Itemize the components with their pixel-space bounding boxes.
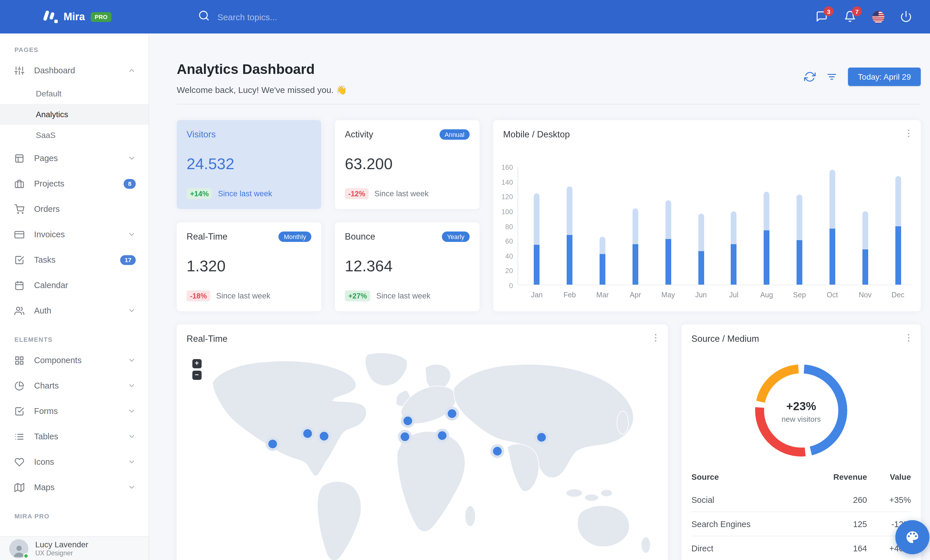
bar-mar bbox=[600, 236, 605, 285]
mira-logo-icon bbox=[43, 9, 59, 24]
brand[interactable]: Mira PRO bbox=[43, 9, 112, 24]
chevron-down-icon bbox=[128, 433, 136, 440]
map-marker[interactable] bbox=[266, 437, 280, 451]
map-zoom-out-button[interactable]: − bbox=[192, 371, 201, 380]
sidebar-item-dashboard[interactable]: Dashboard bbox=[0, 58, 148, 83]
sidebar-item-label: Tasks bbox=[34, 253, 55, 266]
stat-card-realtime: Real-Time Monthly 1.320 -18% Since last … bbox=[177, 222, 321, 311]
sidebar-item-label: Charts bbox=[34, 379, 59, 392]
map-marker[interactable] bbox=[398, 430, 412, 444]
stat-caption: Since last week bbox=[374, 189, 429, 198]
stat-title: Visitors bbox=[186, 129, 216, 140]
card-menu-button[interactable] bbox=[904, 333, 914, 343]
theme-settings-fab[interactable] bbox=[895, 520, 929, 554]
y-axis-tick: 40 bbox=[493, 253, 513, 260]
delta-badge: -18% bbox=[186, 290, 210, 301]
map-marker[interactable] bbox=[435, 429, 449, 442]
notifications-button[interactable]: 7 bbox=[844, 11, 857, 23]
x-axis-label: May bbox=[656, 291, 680, 299]
delta-badge: -12% bbox=[345, 188, 368, 199]
stat-value: 1.320 bbox=[186, 258, 311, 275]
sidebar-item-charts[interactable]: Charts bbox=[0, 373, 148, 398]
sidebar-item-calendar[interactable]: Calendar bbox=[0, 273, 148, 298]
sidebar-item-projects[interactable]: Projects8 bbox=[0, 171, 148, 196]
delta-badge: +27% bbox=[345, 290, 371, 301]
calendar-icon bbox=[14, 280, 24, 290]
stat-caption: Since last week bbox=[216, 292, 270, 300]
source-table: Source Revenue Value Social260+35%Search… bbox=[691, 466, 911, 560]
sidebar-subitem-saas[interactable]: SaaS bbox=[0, 125, 148, 146]
sidebar-item-label: Invoices bbox=[34, 228, 65, 241]
source-medium-card: Source / Medium +23% new visitors Source bbox=[682, 324, 921, 560]
user-name: Lucy Lavender bbox=[35, 540, 88, 549]
map-marker[interactable] bbox=[534, 430, 548, 444]
card-menu-button[interactable] bbox=[650, 333, 661, 343]
cell-value: +35% bbox=[867, 488, 911, 512]
search-input[interactable] bbox=[217, 12, 345, 21]
x-axis-label: Feb bbox=[558, 291, 581, 299]
sidebar-item-pages[interactable]: Pages bbox=[0, 146, 148, 171]
donut-center-value: +23% bbox=[752, 400, 850, 413]
sidebar-item-forms[interactable]: Forms bbox=[0, 398, 148, 424]
world-map[interactable] bbox=[177, 348, 668, 560]
pro-badge: PRO bbox=[91, 12, 112, 21]
stat-title: Activity bbox=[345, 129, 373, 140]
period-badge[interactable]: Yearly bbox=[442, 232, 470, 242]
alerts-count-badge: 7 bbox=[852, 6, 862, 16]
grid-icon bbox=[14, 355, 24, 365]
stat-caption: Since last week bbox=[376, 292, 431, 300]
cell-source: Search Engines bbox=[691, 512, 805, 536]
chevron-down-icon bbox=[128, 230, 136, 238]
y-axis-tick: 120 bbox=[493, 194, 513, 201]
map-marker[interactable] bbox=[401, 414, 415, 428]
sign-out-button[interactable] bbox=[900, 11, 913, 23]
sidebar-item-components[interactable]: Components bbox=[0, 348, 148, 373]
sidebar-subitem-default[interactable]: Default bbox=[0, 83, 148, 104]
x-axis-label: Sep bbox=[788, 291, 811, 299]
map-marker[interactable] bbox=[445, 407, 459, 420]
sidebar-item-icons[interactable]: Icons bbox=[0, 449, 148, 474]
bar-plot: 160140120100806040200JanFebMarAprMayJunJ… bbox=[517, 167, 912, 285]
period-badge[interactable]: Monthly bbox=[279, 232, 311, 242]
sidebar-item-label: Components bbox=[34, 354, 82, 367]
briefcase-icon bbox=[14, 179, 24, 189]
sidebar-item-label: Calendar bbox=[34, 279, 68, 292]
sidebar-section-mira-pro: MIRA PRO bbox=[0, 500, 148, 524]
bar-jul bbox=[731, 211, 737, 285]
messages-button[interactable]: 3 bbox=[816, 11, 828, 23]
sidebar-item-maps[interactable]: Maps bbox=[0, 474, 148, 500]
stat-value: 12.364 bbox=[345, 258, 470, 275]
sidebar-item-tasks[interactable]: Tasks17 bbox=[0, 247, 148, 273]
sidebar-subitem-analytics[interactable]: Analytics bbox=[0, 104, 148, 125]
sidebar-item-tables[interactable]: Tables bbox=[0, 424, 148, 449]
user-role: UX Designer bbox=[35, 549, 88, 557]
language-flag-us-icon[interactable] bbox=[872, 11, 884, 23]
bar-dec bbox=[895, 176, 901, 285]
credit-card-icon bbox=[14, 230, 24, 239]
map-marker[interactable] bbox=[301, 427, 314, 440]
sidebar-item-invoices[interactable]: Invoices bbox=[0, 222, 148, 247]
chevron-down-icon bbox=[128, 407, 136, 415]
period-badge[interactable]: Annual bbox=[439, 129, 470, 140]
sidebar-item-auth[interactable]: Auth bbox=[0, 298, 148, 323]
date-range-button[interactable]: Today: April 29 bbox=[848, 67, 921, 86]
message-square-icon bbox=[816, 14, 828, 24]
stat-title: Real-Time bbox=[186, 232, 228, 242]
chevron-down-icon bbox=[128, 307, 136, 315]
map-marker[interactable] bbox=[490, 444, 504, 458]
card-menu-button[interactable] bbox=[904, 128, 914, 138]
search-icon bbox=[199, 10, 210, 24]
y-axis-tick: 160 bbox=[493, 164, 513, 171]
sidebar-item-label: Icons bbox=[34, 456, 54, 468]
map-marker[interactable] bbox=[317, 429, 331, 443]
sidebar-item-orders[interactable]: Orders bbox=[0, 196, 148, 222]
messages-count-badge: 3 bbox=[824, 6, 833, 16]
filter-button[interactable] bbox=[826, 71, 838, 82]
refresh-button[interactable] bbox=[804, 71, 816, 82]
map-zoom-in-button[interactable]: + bbox=[192, 359, 201, 368]
sidebar-user[interactable]: Lucy Lavender UX Designer bbox=[0, 536, 148, 560]
cell-revenue: 164 bbox=[805, 536, 867, 560]
sidebar-subitem-label: Analytics bbox=[36, 108, 68, 121]
bar-oct bbox=[830, 170, 835, 285]
heart-icon bbox=[14, 457, 24, 467]
